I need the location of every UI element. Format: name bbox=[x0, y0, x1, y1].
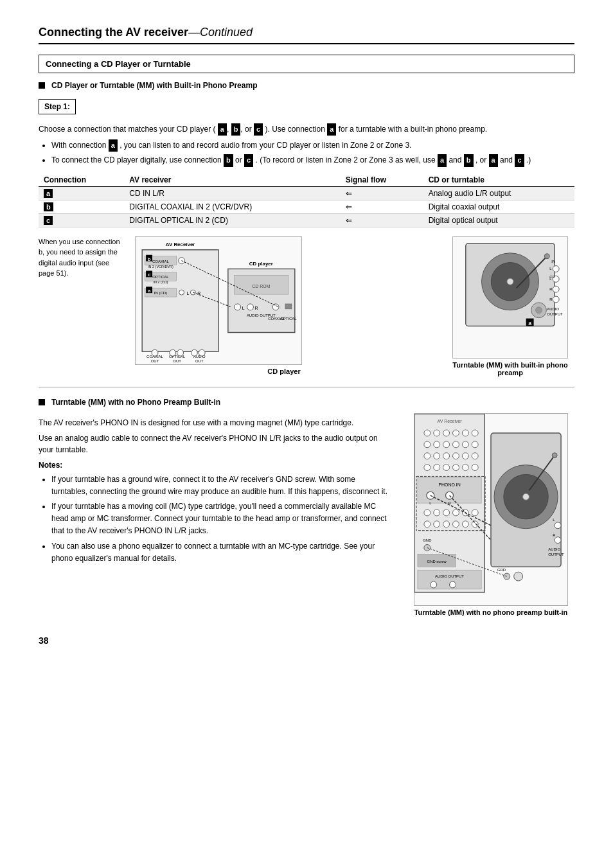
svg-point-111 bbox=[462, 521, 468, 527]
table-cell-device-a: Analog audio L/R output bbox=[423, 186, 574, 200]
table-cell-av-a: CD IN L/R bbox=[124, 186, 340, 200]
svg-text:AUDIO: AUDIO bbox=[547, 306, 559, 310]
bullet-item-2: To connect the CD player digitally, use … bbox=[51, 154, 574, 167]
svg-text:OPTICAL: OPTICAL bbox=[152, 275, 169, 279]
svg-text:IN (CD): IN (CD) bbox=[154, 291, 167, 295]
table-cell-av-c: DIGITAL OPTICAL IN 2 (CD) bbox=[124, 213, 340, 227]
svg-point-101 bbox=[424, 509, 431, 516]
svg-point-93 bbox=[462, 464, 468, 470]
step1-text: Choose a connection that matches your CD… bbox=[39, 123, 574, 136]
badge-a-step: a bbox=[218, 123, 227, 136]
svg-point-109 bbox=[443, 521, 450, 527]
svg-text:OPTICAL: OPTICAL bbox=[280, 316, 297, 320]
diagram-right-1: IN L L R R CD AUDIO OUTPUT a Turntable (… bbox=[446, 236, 574, 376]
svg-point-17 bbox=[179, 290, 184, 295]
step1-label: Step 1: bbox=[39, 99, 76, 114]
svg-text:R: R bbox=[254, 306, 258, 310]
svg-point-41 bbox=[272, 304, 279, 310]
svg-point-59 bbox=[553, 286, 559, 292]
svg-point-73 bbox=[443, 430, 450, 436]
svg-text:COAXIAL: COAXIAL bbox=[152, 259, 169, 263]
section-divider bbox=[39, 387, 574, 387]
content-row-2: The AV receiver's PHONO IN is designed f… bbox=[39, 413, 574, 616]
svg-point-126 bbox=[552, 452, 557, 457]
svg-point-36 bbox=[235, 304, 241, 310]
svg-rect-117 bbox=[418, 570, 481, 589]
svg-point-97 bbox=[427, 492, 434, 499]
badge-c-bullet: c bbox=[244, 154, 253, 167]
table-row: b DIGITAL COAXIAL IN 2 (VCR/DVR) ⇐ Digit… bbox=[39, 200, 574, 213]
svg-point-92 bbox=[453, 464, 459, 470]
diagram-left-text: When you use connection b, you need to a… bbox=[39, 236, 122, 279]
svg-text:a: a bbox=[528, 319, 531, 326]
square-bullet-icon bbox=[39, 82, 45, 89]
badge-a-bullet: a bbox=[109, 139, 118, 152]
svg-point-104 bbox=[453, 509, 459, 516]
table-cell-av-b: DIGITAL COAXIAL IN 2 (VCR/DVR) bbox=[124, 200, 340, 213]
svg-text:OUT: OUT bbox=[151, 359, 159, 363]
svg-text:AUDIO OUTPUT: AUDIO OUTPUT bbox=[435, 574, 464, 578]
badge-b-bullet: b bbox=[224, 154, 233, 167]
badge-b-bullet2: b bbox=[464, 154, 474, 167]
content-left-2: The AV receiver's PHONO IN is designed f… bbox=[39, 413, 392, 616]
svg-text:OUT: OUT bbox=[173, 359, 181, 363]
table-cell-badge-b: b bbox=[39, 200, 124, 213]
badge-a-step2: a bbox=[327, 123, 336, 136]
svg-point-79 bbox=[443, 441, 450, 448]
subsection1-title: CD Player or Turntable (MM) with Built-i… bbox=[39, 81, 574, 90]
svg-point-103 bbox=[443, 509, 450, 516]
svg-text:GND: GND bbox=[423, 538, 431, 542]
svg-point-99 bbox=[446, 492, 454, 499]
svg-text:CD ROM: CD ROM bbox=[252, 284, 270, 288]
table-header-signal: Signal flow bbox=[341, 173, 423, 187]
badge-a-bullet2: a bbox=[438, 154, 447, 167]
turntable-builtin-caption: Turntable (MM) with built-in phono pream… bbox=[446, 361, 574, 376]
svg-point-84 bbox=[434, 452, 440, 459]
svg-point-88 bbox=[472, 452, 478, 459]
svg-point-28 bbox=[170, 350, 176, 356]
svg-point-77 bbox=[424, 441, 431, 448]
svg-text:R: R bbox=[553, 533, 556, 536]
square-bullet-icon-2 bbox=[39, 399, 45, 405]
svg-text:OUT: OUT bbox=[195, 359, 204, 363]
section-box: Connecting a CD Player or Turntable bbox=[39, 55, 574, 73]
svg-point-110 bbox=[453, 521, 459, 527]
svg-text:IN 2 (VCR/DVR): IN 2 (VCR/DVR) bbox=[148, 264, 173, 268]
svg-point-91 bbox=[443, 464, 450, 470]
badge-b-step: b bbox=[231, 123, 241, 136]
svg-point-119 bbox=[431, 581, 437, 588]
svg-point-80 bbox=[453, 441, 459, 448]
table-row: a CD IN L/R ⇐ Analog audio L/R output bbox=[39, 186, 574, 200]
receiver-cd-diagram: AV Receiver COAXIAL IN 2 (VCR/DVR) b OPT… bbox=[135, 236, 302, 365]
svg-point-29 bbox=[177, 350, 184, 356]
notes-label: Notes: bbox=[39, 461, 392, 470]
table-cell-badge-a: a bbox=[39, 186, 124, 200]
svg-text:GND screw: GND screw bbox=[427, 560, 447, 563]
table-header-device: CD or turntable bbox=[423, 173, 574, 187]
svg-point-120 bbox=[450, 581, 456, 588]
svg-text:PHONO IN: PHONO IN bbox=[438, 483, 460, 487]
svg-point-50 bbox=[507, 278, 513, 285]
para2: Use an analog audio cable to connect the… bbox=[39, 432, 392, 456]
subsection2-title: Turntable (MM) with no Phono Preamp Buil… bbox=[39, 398, 574, 407]
bullet-item-1: With connection a , you can listen to an… bbox=[51, 139, 574, 152]
page-number: 38 bbox=[39, 635, 574, 646]
svg-text:b: b bbox=[148, 256, 151, 261]
svg-point-128 bbox=[555, 522, 561, 529]
note-item-1: If your turntable has a ground wire, con… bbox=[51, 474, 392, 498]
svg-text:OUTPUT: OUTPUT bbox=[548, 553, 564, 556]
note-item-2: If your turntable has a moving coil (MC)… bbox=[51, 500, 392, 538]
svg-text:CD: CD bbox=[549, 275, 555, 279]
table-cell-signal-a: ⇐ bbox=[341, 186, 423, 200]
section-title: Connecting a CD Player or Turntable bbox=[46, 59, 567, 69]
turntable-nophono-caption: Turntable (MM) with no phono preamp buil… bbox=[407, 608, 574, 616]
cd-player-caption: CD player bbox=[135, 368, 433, 375]
svg-point-112 bbox=[472, 521, 478, 527]
svg-text:AV Receiver: AV Receiver bbox=[166, 242, 195, 247]
connection-table: Connection AV receiver Signal flow CD or… bbox=[39, 173, 574, 227]
content-right-2: AV Receiver bbox=[407, 413, 574, 616]
svg-point-90 bbox=[434, 464, 440, 470]
svg-text:c: c bbox=[148, 272, 151, 278]
turntable-builtin-diagram: IN L L R R CD AUDIO OUTPUT a bbox=[452, 236, 568, 359]
table-header-connection: Connection bbox=[39, 173, 124, 187]
